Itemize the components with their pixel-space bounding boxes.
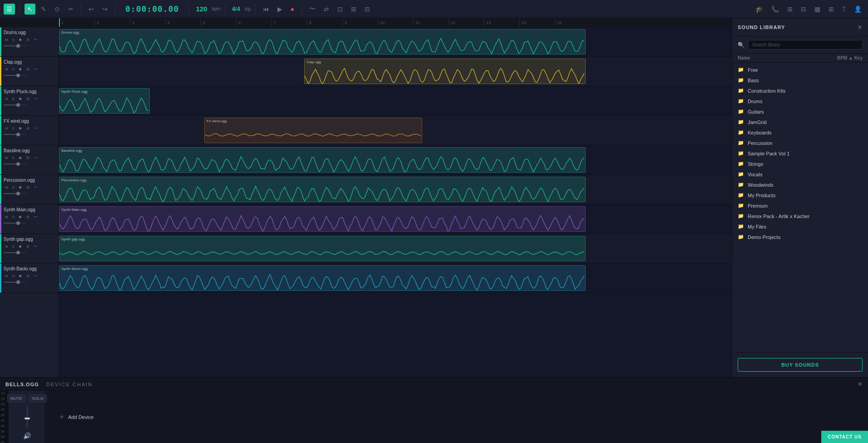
pointer-tool-btn[interactable]: ↖ [25,4,35,15]
track-rec-btn-1[interactable]: ⏺ [17,67,24,72]
lib-folder-6[interactable]: 📁 Keyboards [732,127,868,138]
track-vol-btn-3[interactable]: ⊟ [25,126,31,131]
track-rec-btn-8[interactable]: ⏺ [17,274,24,279]
track-row-7[interactable]: Synth gap.ogg [59,234,732,264]
track-solo-btn-8[interactable]: S [11,274,16,279]
track-wave-btn-8[interactable]: 〜 [32,273,39,279]
learn-btn[interactable]: 🎓 [753,4,766,15]
audio-clip-6[interactable]: Synth Main.ogg [59,206,586,232]
mixer-btn[interactable]: ⊟ [798,4,809,15]
pencil-tool-btn[interactable]: ✎ [38,4,49,15]
track-rec-btn-4[interactable]: ⏺ [17,155,24,160]
view-btn[interactable]: ⊟ [362,4,373,15]
lib-folder-5[interactable]: 📁 JamGrid [732,117,868,127]
track-vol-btn-4[interactable]: ⊟ [25,155,31,160]
track-solo-btn-6[interactable]: S [11,214,16,219]
track-volume-7[interactable] [4,252,26,253]
phone-btn[interactable]: 📞 [769,4,782,15]
track-vol-btn-0[interactable]: ⊟ [25,37,31,42]
mute-btn[interactable]: MUTE [7,394,25,403]
track-row-2[interactable]: Synth Pluck.ogg [59,86,732,116]
track-mute-btn-3[interactable]: M [4,126,10,131]
track-wave-btn-4[interactable]: 〜 [32,155,39,161]
audio-clip-0[interactable]: Drums.ogg [59,29,586,55]
track-volume-knob-5[interactable] [16,192,20,195]
lib-folder-15[interactable]: 📁 My Files [732,221,868,232]
lib-folder-8[interactable]: 📁 Sample Pack Vol 1 [732,148,868,159]
lib-folder-9[interactable]: 📁 Strings [732,159,868,169]
track-volume-knob-0[interactable] [16,44,20,48]
track-rec-btn-7[interactable]: ⏺ [17,244,24,249]
track-volume-knob-8[interactable] [16,280,20,284]
lib-folder-2[interactable]: 📁 Construction Kits [732,85,868,96]
track-rec-btn-3[interactable]: ⏺ [17,126,24,131]
track-volume-2[interactable] [4,105,26,105]
track-solo-btn-4[interactable]: S [11,155,16,160]
track-wave-btn-7[interactable]: 〜 [32,244,39,249]
buy-sounds-btn[interactable]: BUY SOUNDS [738,358,863,372]
track-solo-btn-3[interactable]: S [11,126,16,131]
track-volume-knob-1[interactable] [16,74,20,77]
track-solo-btn-2[interactable]: S [11,96,16,101]
track-wave-btn-2[interactable]: 〜 [32,96,39,102]
track-rec-btn-0[interactable]: ⏺ [17,37,24,42]
lib-folder-14[interactable]: 📁 Remix Pack - Artik x Kacher [732,211,868,221]
lib-folder-12[interactable]: 📁 My Products [732,190,868,200]
device-fader-thumb[interactable] [25,418,30,419]
grid-btn[interactable]: ⊞ [784,4,795,15]
loop-tool-btn[interactable]: ⊙ [52,4,63,15]
track-mute-btn-2[interactable]: M [4,96,10,101]
audio-clip-2[interactable]: Synth Pluck.ogg [59,88,150,114]
track-mute-btn-4[interactable]: M [4,155,10,160]
track-wave-btn-5[interactable]: 〜 [32,184,39,190]
device-chain-close-btn[interactable]: ✕ [858,381,863,388]
track-mute-btn-1[interactable]: M [4,67,10,72]
lib-folder-13[interactable]: 📁 Premium [732,200,868,211]
undo-btn[interactable]: ↩ [86,4,97,15]
lib-folder-7[interactable]: 📁 Percussion [732,138,868,148]
audio-clip-4[interactable]: Bassline.ogg [59,147,586,173]
track-mute-btn-0[interactable]: M [4,37,10,42]
record-btn[interactable]: ● [288,4,297,15]
account-btn[interactable]: 👤 [851,4,864,15]
track-mute-btn-5[interactable]: M [4,185,10,190]
lib-folder-11[interactable]: 📁 Woodwinds [732,179,868,190]
cut-tool-btn[interactable]: ✂ [65,4,76,15]
device-fader[interactable] [26,406,28,428]
track-volume-6[interactable] [4,223,26,224]
track-solo-btn-1[interactable]: S [11,67,16,72]
track-volume-knob-6[interactable] [16,221,20,225]
track-rec-btn-5[interactable]: ⏺ [17,185,24,190]
track-row-8[interactable]: Synth Backr.ogg [59,264,732,293]
track-volume-knob-3[interactable] [16,133,20,136]
track-volume-knob-2[interactable] [16,103,20,107]
track-vol-btn-2[interactable]: ⊟ [25,96,31,101]
track-volume-knob-7[interactable] [16,251,20,254]
track-volume-3[interactable] [4,134,26,135]
time-sig-value[interactable]: 4/4 [230,5,242,12]
play-btn[interactable]: ▶ [275,4,285,15]
lib-folder-3[interactable]: 📁 Drums [732,96,868,106]
track-solo-btn-7[interactable]: S [11,244,16,249]
track-volume-1[interactable] [4,75,26,76]
keys-btn[interactable]: ⊞ [826,4,837,15]
track-vol-btn-7[interactable]: ⊟ [25,244,31,249]
track-wave-btn-0[interactable]: 〜 [32,37,39,43]
track-mute-btn-6[interactable]: M [4,214,10,219]
track-row-5[interactable]: Percussion.ogg [59,175,732,204]
tracks-container[interactable]: Drums.oggClap.oggSynth Pluck.oggFX wind.… [59,27,732,377]
track-row-4[interactable]: Bassline.ogg [59,145,732,175]
solo-btn[interactable]: SOLO [29,394,47,403]
track-volume-0[interactable] [4,45,26,46]
lib-folder-0[interactable]: 📁 Free [732,65,868,75]
audio-clip-7[interactable]: Synth gap.ogg [59,236,586,261]
rewind-btn[interactable]: ⏮ [260,4,272,15]
track-row-3[interactable]: FX wind.ogg [59,116,732,145]
audio-btn[interactable]: ⊞ [348,4,359,15]
lib-folder-16[interactable]: 📁 Demo Projects [732,232,868,242]
hamburger-btn[interactable]: ☰ [4,4,15,15]
num7-btn[interactable]: 7 [839,4,848,15]
track-vol-btn-6[interactable]: ⊟ [25,214,31,219]
add-device-btn[interactable]: ＋ Add Device [53,408,99,425]
automation-btn[interactable]: 〜 [306,3,318,15]
